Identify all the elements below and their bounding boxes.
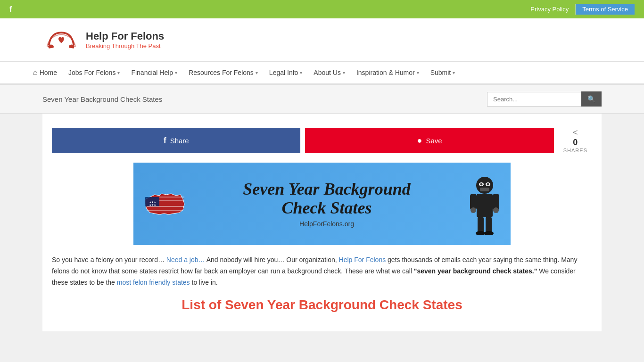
page-title: Seven Year Background Check States bbox=[42, 95, 162, 103]
main-nav: ⌂ Home Jobs For Felons ▾ Financial Help … bbox=[0, 61, 644, 85]
facebook-share-label: Share bbox=[170, 137, 189, 145]
burglar-icon bbox=[468, 173, 501, 235]
chevron-down-icon: ▾ bbox=[343, 70, 345, 75]
svg-point-24 bbox=[476, 231, 485, 235]
facebook-share-button[interactable]: f Share bbox=[52, 128, 300, 153]
help-for-felons-link[interactable]: Help For Felons bbox=[339, 256, 386, 263]
nav-home[interactable]: ⌂ Home bbox=[28, 62, 62, 83]
nav-resources[interactable]: Resources For Felons ▾ bbox=[184, 62, 263, 83]
states-list-heading: List of Seven Year Background Check Stat… bbox=[52, 297, 592, 313]
chevron-down-icon: ▾ bbox=[175, 70, 177, 75]
svg-point-21 bbox=[493, 207, 499, 213]
chevron-down-icon: ▾ bbox=[117, 70, 120, 75]
chevron-down-icon: ▾ bbox=[300, 70, 302, 75]
svg-point-15 bbox=[487, 183, 489, 185]
nav-legal-info[interactable]: Legal Info ▾ bbox=[264, 62, 307, 83]
nav-inspiration-label: Inspiration & Humor bbox=[356, 69, 415, 76]
shares-count-widget: < 0 SHARES bbox=[559, 128, 592, 153]
share-buttons-row: f Share ● Save < 0 SHARES bbox=[52, 128, 592, 153]
logo-text: Help For Felons Breaking Through The Pas… bbox=[86, 30, 164, 49]
svg-rect-16 bbox=[480, 188, 489, 191]
nav-jobs-for-felons[interactable]: Jobs For Felons ▾ bbox=[64, 62, 124, 83]
article-banner: ★★★ ★★★ Seven Year Background Check Stat… bbox=[133, 163, 511, 245]
nav-financial-label: Financial Help bbox=[131, 69, 173, 76]
svg-rect-22 bbox=[478, 217, 484, 233]
svg-point-25 bbox=[484, 231, 494, 235]
nav-financial-help[interactable]: Financial Help ▾ bbox=[126, 62, 182, 83]
logo-area[interactable]: Help For Felons Breaking Through The Pas… bbox=[42, 25, 164, 54]
svg-rect-17 bbox=[477, 194, 493, 217]
nav-about-us[interactable]: About Us ▾ bbox=[309, 62, 350, 83]
banner-text-area: Seven Year Background Check States HelpF… bbox=[190, 180, 463, 228]
site-subtitle: Breaking Through The Past bbox=[86, 42, 164, 49]
search-input[interactable] bbox=[487, 92, 581, 107]
site-title: Help For Felons bbox=[86, 30, 164, 42]
nav-jobs-label: Jobs For Felons bbox=[68, 69, 116, 76]
chevron-down-icon: ▾ bbox=[417, 70, 419, 75]
search-button[interactable]: 🔍 bbox=[581, 91, 602, 107]
nav-resources-label: Resources For Felons bbox=[189, 69, 254, 76]
pinterest-save-button[interactable]: ● Save bbox=[305, 128, 553, 153]
nav-submit[interactable]: Submit ▾ bbox=[426, 62, 460, 83]
page-title-bar: Seven Year Background Check States 🔍 bbox=[0, 85, 644, 114]
svg-rect-23 bbox=[486, 217, 492, 233]
felon-friendly-states-link[interactable]: most felon friendly states bbox=[117, 279, 190, 286]
nav-legal-label: Legal Info bbox=[269, 69, 298, 76]
article-intro-paragraph: So you have a felony on your record… Nee… bbox=[52, 255, 592, 288]
main-content: f Share ● Save < 0 SHARES ★★★ ★★★ bbox=[42, 114, 602, 331]
top-bar: f Privacy Policy Terms of Service bbox=[0, 0, 644, 18]
svg-text:★★★: ★★★ bbox=[149, 204, 156, 206]
need-job-link[interactable]: Need a job… bbox=[166, 256, 205, 263]
svg-point-20 bbox=[471, 207, 476, 213]
banner-url: HelpForFelons.org bbox=[190, 220, 463, 228]
pinterest-icon: ● bbox=[417, 136, 422, 146]
usa-map-icon: ★★★ ★★★ bbox=[143, 190, 185, 218]
nav-submit-label: Submit bbox=[430, 69, 451, 76]
privacy-policy-link[interactable]: Privacy Policy bbox=[524, 4, 576, 15]
facebook-share-icon: f bbox=[164, 136, 166, 146]
logo-icon bbox=[42, 25, 80, 54]
terms-of-service-link[interactable]: Terms of Service bbox=[576, 4, 635, 15]
top-bar-right: Privacy Policy Terms of Service bbox=[524, 4, 635, 15]
chevron-down-icon: ▾ bbox=[256, 70, 258, 75]
shares-label: SHARES bbox=[563, 148, 587, 153]
facebook-icon[interactable]: f bbox=[9, 5, 12, 14]
svg-point-14 bbox=[480, 183, 483, 185]
search-area: 🔍 bbox=[487, 91, 602, 107]
shares-number: 0 bbox=[573, 138, 578, 148]
top-bar-left: f bbox=[9, 5, 12, 14]
nav-inspiration[interactable]: Inspiration & Humor ▾ bbox=[352, 62, 424, 83]
nav-about-label: About Us bbox=[314, 69, 341, 76]
home-icon: ⌂ bbox=[33, 68, 38, 77]
pinterest-save-label: Save bbox=[426, 137, 442, 145]
chevron-down-icon: ▾ bbox=[453, 70, 455, 75]
site-header: Help For Felons Breaking Through The Pas… bbox=[0, 18, 644, 61]
banner-title: Seven Year Background Check States bbox=[190, 180, 463, 217]
nav-home-label: Home bbox=[40, 69, 57, 76]
